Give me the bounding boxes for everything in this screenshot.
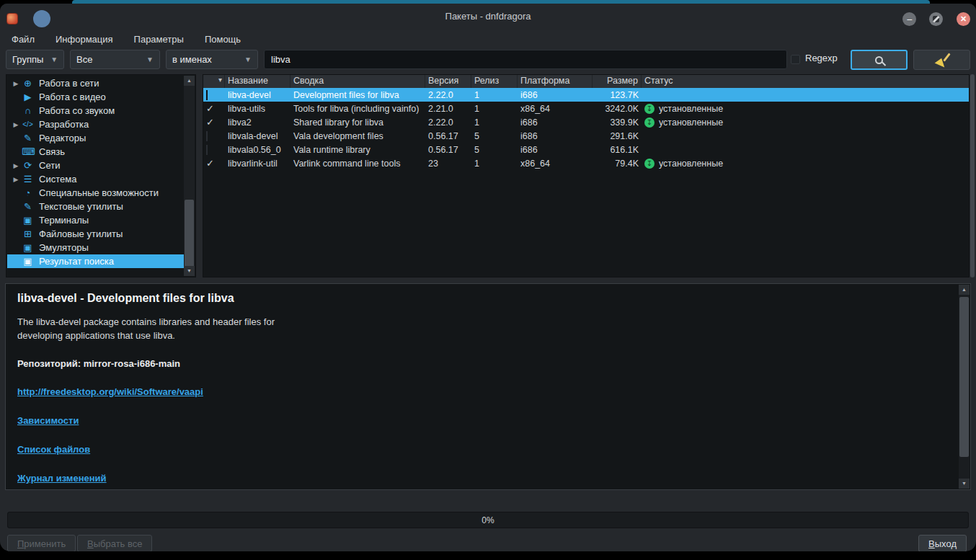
column-header-release[interactable]: Релиз bbox=[471, 75, 518, 88]
package-status: ↧установленные bbox=[642, 117, 736, 128]
search-field-dropdown[interactable]: в именах ▼ bbox=[166, 50, 258, 69]
status-label: установленные bbox=[659, 159, 723, 169]
sidebar-item-9[interactable]: ◔Специальные возможности bbox=[7, 186, 184, 200]
menu-file[interactable]: Файл bbox=[12, 34, 35, 45]
sidebar-item-2[interactable]: ▶Работа с видео bbox=[7, 90, 184, 104]
sidebar-item-label: Редакторы bbox=[39, 133, 86, 143]
package-list-scrollbar[interactable] bbox=[970, 74, 975, 277]
sidebar-item-13[interactable]: ▣Эмуляторы bbox=[7, 241, 184, 254]
progress-value: 0% bbox=[482, 515, 494, 525]
details-title: libva-devel - Development files for libv… bbox=[17, 292, 959, 305]
package-rows: libva-develDevelopment files for libva2.… bbox=[203, 88, 969, 170]
details-scrollbar[interactable]: ▲ ▼ bbox=[959, 285, 970, 489]
menu-help[interactable]: Помощь bbox=[205, 34, 241, 45]
expand-chevron-icon[interactable]: ▶ bbox=[10, 121, 22, 128]
sidebar-item-7[interactable]: ▶⟳Сети bbox=[7, 159, 184, 172]
package-checkbox[interactable] bbox=[206, 145, 208, 155]
column-header-platform[interactable]: Платформа bbox=[518, 75, 593, 88]
menu-information[interactable]: Информация bbox=[56, 34, 113, 45]
expand-chevron-icon[interactable]: ▶ bbox=[10, 162, 22, 169]
package-checkbox[interactable] bbox=[206, 131, 208, 141]
package-summary: Shared library for libva bbox=[290, 117, 425, 128]
table-row[interactable]: libva-develDevelopment files for libva2.… bbox=[203, 88, 969, 102]
titlebar[interactable]: Пакеты - dnfdragora − ✕ bbox=[0, 4, 976, 30]
column-header-name[interactable]: Название bbox=[225, 75, 290, 88]
detail-link-4[interactable]: Журнал изменений bbox=[17, 473, 107, 484]
package-name: libvala0.56_0 bbox=[225, 145, 290, 155]
scroll-up-icon[interactable]: ▲ bbox=[959, 285, 970, 295]
sidebar-item-4[interactable]: ▶</>Разработка bbox=[7, 117, 184, 131]
package-version: 2.21.0 bbox=[425, 104, 471, 114]
scroll-down-icon[interactable]: ▼ bbox=[184, 266, 195, 276]
package-version: 0.56.17 bbox=[425, 131, 471, 141]
sidebar-scrollbar-thumb[interactable] bbox=[185, 200, 194, 269]
sidebar-item-14[interactable]: ▣Результат поиска bbox=[7, 254, 184, 268]
column-header-status[interactable]: Статус bbox=[642, 75, 736, 88]
groups-dropdown[interactable]: Группы ▼ bbox=[6, 50, 64, 69]
package-summary: Tools for libva (including vainfo) bbox=[290, 104, 425, 114]
sidebar-scrollbar[interactable]: ▲ ▼ bbox=[184, 76, 195, 276]
sidebar-item-12[interactable]: ⊞Файловые утилиты bbox=[7, 227, 184, 241]
menu-options[interactable]: Параметры bbox=[134, 34, 184, 45]
table-row[interactable]: libvala-develVala development files0.56.… bbox=[203, 129, 969, 143]
table-row[interactable]: ✓libva2Shared library for libva2.22.01i6… bbox=[203, 115, 969, 129]
category-list: ▶⊕Работа в сети▶Работа с видео∩Работа со… bbox=[7, 76, 184, 275]
sidebar-item-label: Система bbox=[39, 174, 76, 185]
package-details-pane: libva-devel - Development files for libv… bbox=[5, 283, 971, 490]
detail-link-3[interactable]: Список файлов bbox=[17, 444, 90, 455]
headphones-icon: ∩ bbox=[22, 105, 34, 116]
communication-icon: ⌨ bbox=[22, 146, 34, 157]
sidebar-item-11[interactable]: ▣Терминалы bbox=[7, 213, 184, 227]
package-checkbox[interactable]: ✓ bbox=[206, 104, 214, 114]
details-scrollbar-thumb[interactable] bbox=[959, 297, 969, 457]
window-title: Пакеты - dnfdragora bbox=[0, 11, 976, 22]
package-summary: Varlink command line tools bbox=[290, 159, 425, 169]
sidebar-item-5[interactable]: ✎Редакторы bbox=[7, 131, 184, 145]
filter-dropdown-value: Все bbox=[76, 54, 92, 65]
package-checkbox[interactable]: ✓ bbox=[206, 117, 214, 128]
regexp-checkbox[interactable] bbox=[791, 55, 800, 64]
video-icon: ▶ bbox=[22, 92, 34, 102]
sidebar-item-6[interactable]: ⌨Связь bbox=[7, 145, 184, 159]
quit-button[interactable]: Выход bbox=[918, 535, 967, 551]
dnfdragora-window: Пакеты - dnfdragora − ✕ Файл Информация … bbox=[0, 4, 976, 551]
apply-button[interactable]: Применить bbox=[7, 535, 76, 551]
sort-indicator-icon[interactable]: ▾ bbox=[203, 75, 225, 88]
minimize-button[interactable]: − bbox=[902, 12, 916, 26]
package-name: libva-devel bbox=[225, 90, 290, 100]
menubar: Файл Информация Параметры Помощь bbox=[0, 30, 976, 48]
filter-dropdown[interactable]: Все ▼ bbox=[70, 50, 160, 69]
sidebar-item-3[interactable]: ∩Работа со звуком bbox=[7, 104, 184, 117]
expand-chevron-icon[interactable]: ▶ bbox=[10, 80, 22, 87]
search-input[interactable] bbox=[264, 50, 787, 69]
column-header-version[interactable]: Версия bbox=[425, 75, 471, 88]
expand-chevron-icon[interactable]: ▶ bbox=[10, 176, 22, 183]
close-button[interactable]: ✕ bbox=[957, 12, 970, 26]
package-list-scrollbar-thumb[interactable] bbox=[970, 74, 975, 277]
category-sidebar: ▶⊕Работа в сети▶Работа с видео∩Работа со… bbox=[6, 74, 196, 277]
maximize-button[interactable] bbox=[929, 12, 943, 26]
scroll-down-icon[interactable]: ▼ bbox=[959, 479, 970, 489]
progress-bar: 0% bbox=[7, 512, 969, 528]
package-checkbox[interactable] bbox=[206, 90, 208, 100]
package-checkbox[interactable]: ✓ bbox=[206, 159, 214, 169]
network-icon: ⟳ bbox=[22, 160, 34, 171]
column-header-size[interactable]: Размер bbox=[593, 75, 642, 88]
detail-link-1[interactable]: http://freedesktop.org/wiki/Software/vaa… bbox=[17, 386, 203, 397]
scroll-up-icon[interactable]: ▲ bbox=[184, 76, 195, 86]
sidebar-item-8[interactable]: ▶☰Система bbox=[7, 172, 184, 186]
broom-icon bbox=[934, 53, 950, 66]
sidebar-item-1[interactable]: ▶⊕Работа в сети bbox=[7, 76, 184, 90]
sidebar-item-label: Работа в сети bbox=[39, 78, 99, 89]
select-all-button[interactable]: Выбрать все bbox=[77, 535, 152, 551]
installed-icon: ↧ bbox=[644, 117, 655, 128]
clear-button[interactable] bbox=[913, 50, 970, 70]
table-row[interactable]: ✓libva-utilsTools for libva (including v… bbox=[203, 102, 969, 115]
column-header-summary[interactable]: Сводка bbox=[290, 75, 425, 88]
terminal-icon: ▣ bbox=[22, 215, 34, 226]
detail-link-2[interactable]: Зависимости bbox=[17, 415, 79, 426]
sidebar-item-10[interactable]: ✎Текстовые утилиты bbox=[7, 200, 184, 213]
search-button[interactable] bbox=[851, 50, 908, 70]
table-row[interactable]: ✓libvarlink-utilVarlink command line too… bbox=[203, 156, 969, 170]
table-row[interactable]: libvala0.56_0Vala runtime library0.56.17… bbox=[203, 143, 969, 156]
